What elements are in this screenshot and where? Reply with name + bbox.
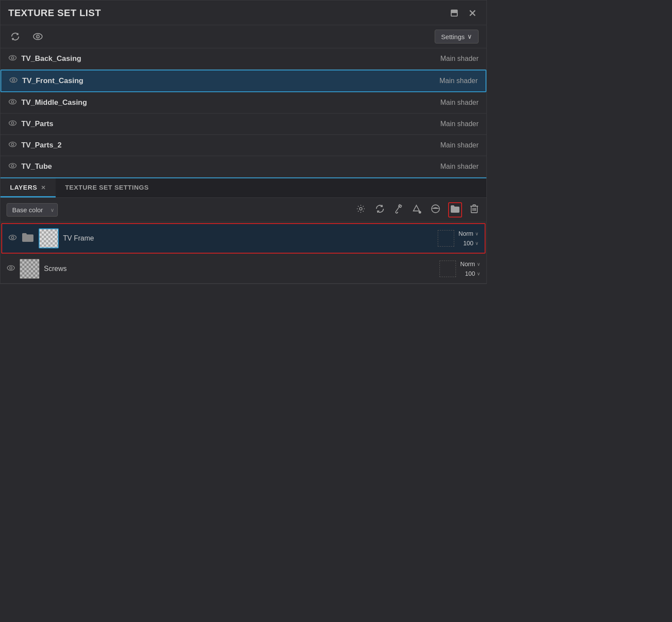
svg-point-18 <box>11 164 13 167</box>
close-icon[interactable] <box>466 8 479 18</box>
texture-item[interactable]: TV_Middle_Casing Main shader <box>0 92 486 114</box>
layer-thumbnail <box>39 228 59 248</box>
texture-name: TV_Parts <box>21 120 53 128</box>
texture-name: TV_Parts_2 <box>21 141 62 150</box>
svg-point-40 <box>7 266 14 271</box>
svg-point-41 <box>10 267 12 269</box>
layer-blend-info: Norm ∨ 100 ∨ <box>438 230 479 247</box>
blend-chevron-icon[interactable]: ∨ <box>475 231 479 237</box>
opacity-chevron-icon[interactable]: ∨ <box>477 271 480 277</box>
visibility-icon[interactable] <box>8 120 17 128</box>
svg-text:1: 1 <box>37 35 39 39</box>
tab-close-icon[interactable]: ✕ <box>41 184 46 191</box>
tabs-bar: LAYERS ✕ TEXTURE SET SETTINGS <box>0 178 486 197</box>
texture-item[interactable]: TV_Parts Main shader <box>0 114 486 135</box>
texture-shader: Main shader <box>440 120 479 128</box>
blend-mode-label: Norm <box>460 261 475 268</box>
layers-tools <box>354 202 480 217</box>
header-controls <box>448 8 479 18</box>
layer-name: TV Frame <box>63 234 94 242</box>
visibility-icon[interactable] <box>8 55 17 63</box>
svg-point-16 <box>11 143 13 145</box>
layer-folder-icon <box>21 231 34 245</box>
svg-point-11 <box>9 100 16 104</box>
layer-visibility-icon[interactable] <box>7 265 15 273</box>
reload-icon[interactable] <box>373 202 386 217</box>
layers-list: TV Frame Norm ∨ 100 ∨ <box>0 223 486 284</box>
layer-visibility-icon[interactable] <box>8 234 17 242</box>
visibility-icon[interactable] <box>8 99 17 107</box>
opacity-chevron-icon[interactable]: ∨ <box>475 241 479 246</box>
visibility-icon[interactable] <box>8 141 17 149</box>
visibility-icon[interactable] <box>8 163 17 171</box>
refresh-icon[interactable] <box>8 30 22 43</box>
texture-set-header: TEXTURE SET LIST <box>0 0 486 25</box>
blend-chevron-icon[interactable]: ∨ <box>477 261 480 267</box>
panel-title: TEXTURE SET LIST <box>8 7 101 19</box>
svg-point-14 <box>11 122 13 124</box>
mask-icon[interactable] <box>429 202 442 217</box>
visibility-icon[interactable] <box>9 77 18 85</box>
texture-shader: Main shader <box>439 77 478 85</box>
opacity-label: 100 <box>465 270 475 277</box>
svg-point-10 <box>12 79 14 81</box>
toolbar-row: 1 Settings ∨ <box>0 25 486 48</box>
svg-rect-1 <box>451 10 457 13</box>
visibility-counter-icon[interactable]: 1 <box>30 30 46 43</box>
svg-line-25 <box>363 206 364 207</box>
tab-layers[interactable]: LAYERS ✕ <box>0 178 56 197</box>
settings-button[interactable]: Settings ∨ <box>435 30 479 43</box>
opacity-label: 100 <box>463 240 473 247</box>
blend-mode-label: Norm <box>459 230 473 237</box>
add-folder-icon[interactable] <box>448 202 462 217</box>
layer-blend-info: Norm ∨ 100 ∨ <box>439 261 480 277</box>
smart-material-icon[interactable] <box>354 202 367 217</box>
svg-point-9 <box>10 78 17 83</box>
layer-name: Screws <box>44 265 67 273</box>
blend-mask-box <box>439 261 456 277</box>
fill-icon[interactable] <box>411 202 423 217</box>
layer-item[interactable]: Screws Norm ∨ 100 ∨ <box>0 254 486 284</box>
texture-shader: Main shader <box>440 99 479 107</box>
svg-line-23 <box>358 206 359 207</box>
svg-point-17 <box>9 164 16 168</box>
svg-point-38 <box>9 235 16 240</box>
settings-chevron-icon: ∨ <box>467 33 472 40</box>
svg-point-13 <box>9 121 16 126</box>
texture-shader: Main shader <box>440 141 479 149</box>
svg-line-24 <box>363 211 364 212</box>
svg-point-12 <box>11 100 13 103</box>
texture-name: TV_Back_Casing <box>21 54 81 63</box>
svg-line-26 <box>358 211 359 212</box>
texture-name: TV_Tube <box>21 162 52 171</box>
svg-point-39 <box>11 236 13 238</box>
main-panel: TEXTURE SET LIST <box>0 0 487 284</box>
texture-item[interactable]: TV_Front_Casing Main shader <box>0 70 486 92</box>
tab-texture-set-settings[interactable]: TEXTURE SET SETTINGS <box>56 178 159 197</box>
texture-item[interactable]: TV_Back_Casing Main shader <box>0 48 486 70</box>
tabs-section: LAYERS ✕ TEXTURE SET SETTINGS <box>0 178 486 198</box>
dock-icon[interactable] <box>448 8 460 18</box>
texture-name: TV_Middle_Casing <box>21 98 87 107</box>
layer-item[interactable]: TV Frame Norm ∨ 100 ∨ <box>1 223 486 254</box>
channel-select[interactable]: Base color Roughness Metallic Normal Hei… <box>7 203 58 217</box>
delete-icon[interactable] <box>468 202 480 217</box>
blend-mask-box <box>438 230 454 247</box>
svg-point-27 <box>359 207 362 210</box>
layer-thumbnail <box>20 259 40 279</box>
svg-point-15 <box>9 142 16 147</box>
svg-point-31 <box>419 211 421 214</box>
channel-select-wrap: Base color Roughness Metallic Normal Hei… <box>7 203 58 217</box>
texture-item[interactable]: TV_Tube Main shader <box>0 156 486 177</box>
texture-shader: Main shader <box>440 55 479 63</box>
svg-point-7 <box>9 56 16 60</box>
paint-brush-icon[interactable] <box>393 202 405 217</box>
texture-item[interactable]: TV_Parts_2 Main shader <box>0 135 486 156</box>
texture-set-list: TV_Back_Casing Main shader TV_Front_Casi… <box>0 48 486 177</box>
layers-toolbar: Base color Roughness Metallic Normal Hei… <box>0 198 486 222</box>
texture-name: TV_Front_Casing <box>22 77 83 85</box>
texture-shader: Main shader <box>440 163 479 171</box>
svg-point-8 <box>11 57 13 59</box>
